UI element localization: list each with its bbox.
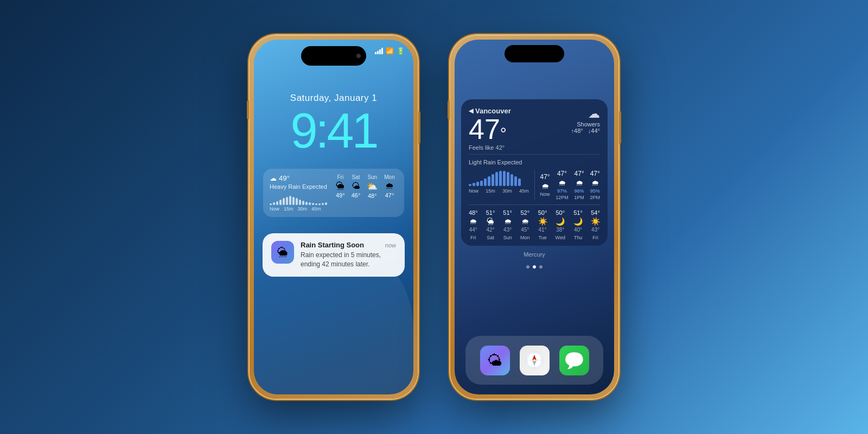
lock-forecast-row: Fri 🌦 49° Sat 🌤 46° Sun ⛅ 48°: [336, 174, 398, 199]
page-dots: [526, 265, 542, 269]
high-low: ↑48° ↓44°: [571, 127, 600, 134]
phone-2-screen: ◀ Vancouver 47 ° Feels like 42° ☁ Shower…: [455, 40, 614, 394]
list-item: 50° ☀️ 41° Tue: [538, 209, 547, 240]
weekly-forecast: 48° 🌧 44° Fri 51° 🌦 42° Sat 51° 🌧: [469, 205, 600, 240]
weather-location: ◀ Vancouver: [469, 107, 511, 115]
chart-labels: Now 15m 30m 45m: [469, 188, 529, 194]
signal-icon: [375, 48, 383, 54]
widget-footer-label: Mercury: [524, 251, 545, 258]
hourly-forecast-row: 47° 🌧 Now 47° 🌧 97% 12PM 4: [540, 170, 601, 200]
list-item: 52° 🌧 45° Mon: [520, 209, 530, 240]
list-item: 48° 🌧 44° Fri: [469, 209, 478, 240]
rain-chart: Now 15m 30m 45m: [469, 170, 535, 200]
wifi-icon: 📶: [386, 47, 394, 55]
lock-weather-desc: Heavy Rain Expected: [270, 183, 331, 190]
dock: 🌤 💬: [465, 336, 603, 385]
lock-rain-bars: [270, 194, 331, 205]
notif-time: now: [385, 242, 396, 248]
lock-weather-left: ☁ 49° Heavy Rain Expected: [270, 174, 331, 212]
list-item: 47° 🌧 95% 2PM: [590, 170, 600, 200]
weather-header: ◀ Vancouver 47 ° Feels like 42° ☁ Shower…: [469, 107, 600, 151]
lock-weather-temp: ☁ 49°: [270, 174, 331, 182]
home-screen: ◀ Vancouver 47 ° Feels like 42° ☁ Shower…: [455, 40, 614, 394]
page-dot-active[interactable]: [533, 265, 536, 269]
dynamic-island: [301, 46, 366, 66]
hourly-temps: 47° 🌧 Now 47° 🌧 97% 12PM 4: [535, 170, 601, 200]
weather-condition-right: ☁ Showers ↑48° ↓44°: [571, 107, 600, 134]
lock-weather-widget: ☁ 49° Heavy Rain Expected: [263, 169, 404, 217]
weather-condition-icon: ☁: [571, 107, 600, 121]
page-dot[interactable]: [526, 265, 529, 269]
list-item: Sun ⛅ 48°: [367, 174, 378, 199]
safari-icon: [525, 350, 544, 370]
lock-weather-right: Fri 🌦 49° Sat 🌤 46° Sun ⛅ 48°: [336, 174, 398, 212]
list-item: 47° 🌧 97% 12PM: [556, 170, 569, 200]
list-item: Mon 🌧 47°: [384, 174, 394, 199]
dock-app-safari[interactable]: [520, 346, 550, 375]
list-item: 47° 🌧 96% 1PM: [574, 170, 584, 200]
weather-temperature: 47: [469, 115, 500, 143]
list-item: 54° ☀️ 43° Fri: [591, 209, 600, 240]
light-rain-notice: Light Rain Expected: [469, 154, 600, 165]
phone-2: ◀ Vancouver 47 ° Feels like 42° ☁ Shower…: [450, 35, 618, 399]
list-item: 51° 🌙 40° Thu: [573, 209, 583, 240]
degree-symbol: °: [500, 125, 507, 142]
phone-1: 📶 🔋 Saturday, January 1 9:41 ☁ 49° Heavy…: [250, 35, 418, 399]
rain-chart-bars: [469, 170, 529, 186]
phone-1-screen: 📶 🔋 Saturday, January 1 9:41 ☁ 49° Heavy…: [254, 40, 413, 394]
dock-app-messages[interactable]: 💬: [559, 346, 589, 375]
dock-app-weather[interactable]: 🌤: [480, 346, 510, 375]
dynamic-island-2: [505, 45, 564, 62]
weather-temp-display: 47 °: [469, 115, 511, 143]
lock-date: Saturday, January 1: [290, 93, 377, 104]
high-temp: 48°: [574, 127, 583, 134]
weather-location-block: ◀ Vancouver 47 ° Feels like 42°: [469, 107, 511, 151]
page-dot[interactable]: [539, 265, 542, 269]
list-item: 51° 🌧 43° Sun: [503, 209, 512, 240]
location-arrow-icon: ◀: [469, 107, 473, 114]
lock-screen: 📶 🔋 Saturday, January 1 9:41 ☁ 49° Heavy…: [254, 40, 413, 394]
list-item: Fri 🌦 49°: [336, 174, 345, 199]
list-item: 50° 🌙 38° Wed: [556, 209, 565, 240]
low-temp: 44°: [591, 127, 600, 134]
lock-time-labels: Now 15m 30m 45m: [270, 206, 331, 212]
lock-time: 9:41: [290, 106, 376, 155]
list-item: Sat 🌤 46°: [352, 174, 361, 199]
condition-label: Showers: [571, 121, 600, 127]
feels-like: Feels like 42°: [469, 144, 511, 151]
battery-icon: 🔋: [397, 47, 405, 55]
list-item: 47° 🌧 Now: [540, 173, 550, 197]
list-item: 51° 🌦 42° Sat: [486, 209, 495, 240]
hourly-section: Now 15m 30m 45m 47° 🌧 Now: [469, 170, 600, 200]
weather-widget[interactable]: ◀ Vancouver 47 ° Feels like 42° ☁ Shower…: [461, 99, 608, 246]
